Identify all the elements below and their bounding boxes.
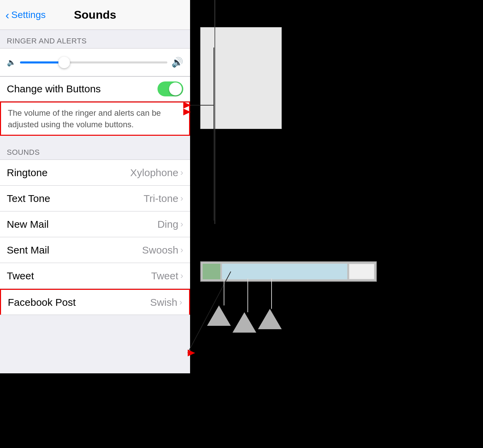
change-with-buttons-row[interactable]: Change with Buttons [0, 77, 190, 101]
tweet-value-row: Tweet › [151, 270, 183, 282]
chevron-right-icon-2: › [180, 193, 183, 204]
chevron-right-icon-5: › [180, 270, 183, 281]
ringer-section-header: RINGER AND ALERTS [0, 30, 190, 48]
ringtone-value: Xylophone [130, 167, 179, 179]
sent-mail-value-row: Swoosh › [142, 244, 183, 256]
facebook-post-row[interactable]: Facebook Post Swish › [0, 289, 190, 315]
new-mail-value-row: Ding › [157, 219, 183, 230]
new-mail-value: Ding [157, 219, 179, 230]
ann-green-cell [203, 264, 220, 279]
text-tone-label: Text Tone [7, 193, 50, 204]
ios-settings-panel: ‹ Settings Sounds RINGER AND ALERTS 🔈 🔊 … [0, 0, 190, 373]
ringtone-label: Ringtone [7, 167, 48, 179]
facebook-post-value-row: Swish › [150, 297, 182, 308]
annotation-widget [200, 261, 377, 282]
annotation-area [190, 0, 483, 448]
top-right-panel [200, 27, 282, 129]
change-with-buttons-toggle[interactable] [157, 81, 183, 96]
tweet-row[interactable]: Tweet Tweet › [0, 263, 190, 289]
sent-mail-label: Sent Mail [7, 244, 49, 256]
spacer-1 [0, 136, 190, 141]
ringer-slider-section: 🔈 🔊 [0, 48, 190, 76]
page-title: Sounds [74, 8, 116, 21]
toggle-knob [169, 82, 182, 95]
back-button[interactable]: ‹ Settings [5, 9, 46, 21]
change-with-buttons-label: Change with Buttons [7, 83, 101, 95]
vertical-line-1 [215, 0, 215, 224]
text-tone-value: Tri-tone [144, 193, 178, 204]
volume-slider-track[interactable] [20, 61, 167, 63]
new-mail-row[interactable]: New Mail Ding › [0, 211, 190, 237]
volume-slider-row[interactable]: 🔈 🔊 [7, 54, 183, 71]
ann-white-cell [349, 264, 374, 279]
navigation-bar: ‹ Settings Sounds [0, 0, 190, 30]
chevron-right-icon-6: › [179, 297, 182, 307]
sounds-section-header: SOUNDS [0, 141, 190, 160]
text-tone-row[interactable]: Text Tone Tri-tone › [0, 186, 190, 211]
ringtone-value-row: Xylophone › [130, 167, 183, 179]
volume-high-icon: 🔊 [171, 57, 183, 68]
chevron-right-icon-4: › [180, 245, 183, 255]
ann-blue-cell [222, 264, 347, 279]
tweet-label: Tweet [7, 270, 34, 282]
new-mail-label: New Mail [7, 219, 49, 230]
info-text-box: The volume of the ringer and alerts can … [0, 101, 190, 136]
ringtone-row[interactable]: Ringtone Xylophone › [0, 160, 190, 186]
back-label[interactable]: Settings [11, 10, 45, 20]
change-with-buttons-group: Change with Buttons [0, 76, 190, 101]
sounds-list: Ringtone Xylophone › Text Tone Tri-tone … [0, 160, 190, 315]
text-tone-value-row: Tri-tone › [144, 193, 183, 204]
chevron-right-icon: › [180, 167, 183, 178]
facebook-post-value: Swish [150, 297, 177, 308]
sent-mail-row[interactable]: Sent Mail Swoosh › [0, 237, 190, 263]
chevron-left-icon: ‹ [5, 9, 9, 21]
chevron-right-icon-3: › [180, 219, 183, 229]
sent-mail-value: Swoosh [142, 244, 179, 256]
tweet-value: Tweet [151, 270, 178, 282]
slider-thumb[interactable] [58, 57, 70, 68]
volume-low-icon: 🔈 [7, 58, 16, 67]
facebook-post-label: Facebook Post [8, 297, 76, 308]
